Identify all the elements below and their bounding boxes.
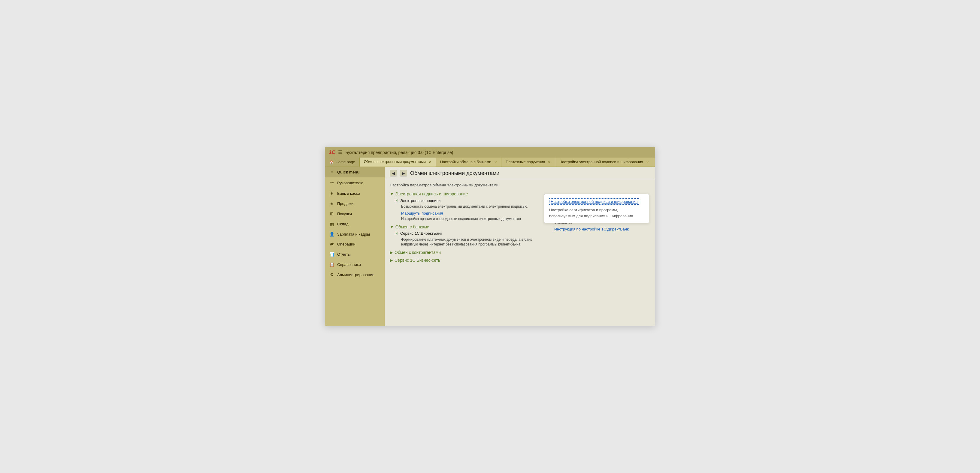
sidebar-item-purchases[interactable]: ⊞ Покупки <box>325 209 385 219</box>
tab-bank-settings[interactable]: Настройки обмена с банками ✕ <box>436 157 501 167</box>
sidebar-references-label: Справочники <box>337 262 361 267</box>
tab-home-label: Home page <box>336 160 355 164</box>
app-title: Бухгалтерия предприятия, редакция 3.0 (1… <box>345 150 453 155</box>
sidebar-operations-label: Операции <box>337 242 355 246</box>
purchases-icon: ⊞ <box>329 211 334 216</box>
main-layout: ≡ Quick menu 〜 Руководителю ₽ Банк и кас… <box>325 167 655 326</box>
sidebar-item-quick-menu[interactable]: ≡ Quick menu <box>325 167 385 177</box>
close-tab-1-icon[interactable]: ✕ <box>429 160 431 164</box>
section-signature: ▼ Электронная подпись и шифрование ☑ Эле… <box>390 192 548 222</box>
tooltip-desc: Настройка сертификатов и программ, испол… <box>549 207 644 219</box>
sales-icon: ◈ <box>329 201 334 206</box>
section-bank-content: ☑ Сервис 1С:ДиректБанк Формирование плат… <box>390 231 548 247</box>
sidebar-item-operations[interactable]: Дк Операции <box>325 239 385 249</box>
tab-home[interactable]: 🏠 Home page <box>325 157 360 167</box>
hr-icon: 👤 <box>329 232 334 236</box>
sidebar-warehouse-label: Склад <box>337 222 348 226</box>
sidebar-item-hr[interactable]: 👤 Зарплата и кадры <box>325 229 385 239</box>
bank-icon: ₽ <box>329 191 334 196</box>
sidebar-admin-label: Администрирование <box>337 273 374 277</box>
manager-icon: 〜 <box>329 180 334 186</box>
section4-label: Сервис 1С:Бизнес-сеть <box>395 258 440 263</box>
page-title: Обмен электронными документами <box>410 170 499 176</box>
section-signature-title[interactable]: ▼ Электронная подпись и шифрование <box>390 192 548 196</box>
tab-payments[interactable]: Платежные поручения ✕ <box>501 157 555 167</box>
sidebar-item-reports[interactable]: 📊 Отчеты <box>325 249 385 259</box>
tab-signature-label: Настройки электронной подписи и шифрован… <box>559 160 643 164</box>
sidebar: ≡ Quick menu 〜 Руководителю ₽ Банк и кас… <box>325 167 385 326</box>
content-area: ◀ ▶ Обмен электронными документами Настр… <box>385 167 655 326</box>
sidebar-reports-label: Отчеты <box>337 252 351 257</box>
close-tab-2-icon[interactable]: ✕ <box>494 160 497 164</box>
sidebar-item-sales[interactable]: ◈ Продажи <box>325 198 385 209</box>
checkbox-directbank-row: ☑ Сервис 1С:ДиректБанк <box>395 231 548 236</box>
sidebar-sales-label: Продажи <box>337 202 353 206</box>
tab-electronic-docs[interactable]: Обмен электронными документами ✕ <box>360 157 436 167</box>
content-header: ◀ ▶ Обмен электронными документами <box>385 167 655 179</box>
section-counterparty: ▶ Обмен с контрагентами <box>390 250 548 255</box>
section-counterparty-title[interactable]: ▶ Обмен с контрагентами <box>390 250 548 255</box>
section-business-network: ▶ Сервис 1С:Бизнес-сеть <box>390 258 548 263</box>
main-window: 1С ☰ Бухгалтерия предприятия, редакция 3… <box>325 147 655 326</box>
references-icon: 📋 <box>329 262 334 267</box>
sidebar-item-references[interactable]: 📋 Справочники <box>325 259 385 270</box>
checkbox-directbank-icon[interactable]: ☑ <box>395 231 398 236</box>
section1-label: Электронная подпись и шифрование <box>395 192 468 196</box>
back-button[interactable]: ◀ <box>390 170 397 176</box>
section3-arrow-icon: ▶ <box>390 250 393 255</box>
checkbox-directbank-label: Сервис 1С:ДиректБанк <box>400 231 442 236</box>
tabs-row: 🏠 Home page Обмен электронными документа… <box>325 157 655 167</box>
close-tab-3-icon[interactable]: ✕ <box>548 160 550 164</box>
sidebar-item-admin[interactable]: ⚙ Администрирование <box>325 270 385 280</box>
hamburger-icon[interactable]: ☰ <box>338 149 342 155</box>
signing-routes-desc: Настройка правил и очередности подписани… <box>401 216 548 222</box>
checkbox-esign-label: Электронные подписи <box>400 198 441 203</box>
esign-desc: Возможность обмена электронными документ… <box>401 204 548 209</box>
tooltip-link[interactable]: Настройки электронной подписи и шифрован… <box>549 198 639 205</box>
tooltip-popup: Настройки электронной подписи и шифрован… <box>544 194 649 223</box>
section-business-title[interactable]: ▶ Сервис 1С:Бизнес-сеть <box>390 258 548 263</box>
signing-routes-link[interactable]: Маршруты подписания <box>401 211 548 216</box>
section4-arrow-icon: ▶ <box>390 258 393 263</box>
tab-payments-label: Платежные поручения <box>506 160 545 164</box>
section3-label: Обмен с контрагентами <box>395 250 441 255</box>
checkbox-esign-row: ☑ Электронные подписи <box>395 198 548 203</box>
checkbox-esign-icon[interactable]: ☑ <box>395 198 398 203</box>
title-bar: 1С ☰ Бухгалтерия предприятия, редакция 3… <box>325 147 655 157</box>
admin-icon: ⚙ <box>329 272 334 277</box>
sidebar-quick-menu-label: Quick menu <box>337 170 360 175</box>
tab-signature-settings[interactable]: Настройки электронной подписи и шифрован… <box>555 157 653 167</box>
reports-icon: 📊 <box>329 252 334 257</box>
directbank-desc: Формирование платежных документов в элек… <box>401 237 548 247</box>
tab-electronic-docs-label: Обмен электронными документами <box>364 160 426 164</box>
section-bank-exchange: ▼ Обмен с банками ☑ Сервис 1С:ДиректБанк… <box>390 224 548 247</box>
home-icon: 🏠 <box>329 160 334 165</box>
tab-bank-settings-label: Настройки обмена с банками <box>440 160 491 164</box>
section2-arrow-icon: ▼ <box>390 224 394 229</box>
forward-button[interactable]: ▶ <box>400 170 407 176</box>
sidebar-bank-label: Банк и касса <box>337 191 360 196</box>
close-tab-4-icon[interactable]: ✕ <box>646 160 649 164</box>
sidebar-purchases-label: Покупки <box>337 211 352 216</box>
content-body: Настройка параметров обмена электронными… <box>385 179 655 269</box>
directbank-instruction-link[interactable]: Инструкция по настройке 1С:ДиректБанк <box>554 227 650 232</box>
sidebar-item-manager[interactable]: 〜 Руководителю <box>325 177 385 188</box>
logo: 1С <box>329 150 335 155</box>
operations-icon: Дк <box>329 243 334 246</box>
sidebar-manager-label: Руководителю <box>337 181 363 185</box>
quick-menu-icon: ≡ <box>329 170 334 175</box>
warehouse-icon: ▦ <box>329 222 334 226</box>
sidebar-item-warehouse[interactable]: ▦ Склад <box>325 219 385 229</box>
section2-label: Обмен с банками <box>395 224 430 229</box>
sidebar-item-bank[interactable]: ₽ Банк и касса <box>325 188 385 198</box>
page-subtitle: Настройка параметров обмена электронными… <box>390 183 650 187</box>
left-col: ▼ Электронная подпись и шифрование ☑ Эле… <box>390 192 548 266</box>
section-signature-content: ☑ Электронные подписи Возможность обмена… <box>390 198 548 222</box>
section-bank-title[interactable]: ▼ Обмен с банками <box>390 224 548 229</box>
sidebar-hr-label: Зарплата и кадры <box>337 232 370 236</box>
section1-arrow-icon: ▼ <box>390 192 394 196</box>
